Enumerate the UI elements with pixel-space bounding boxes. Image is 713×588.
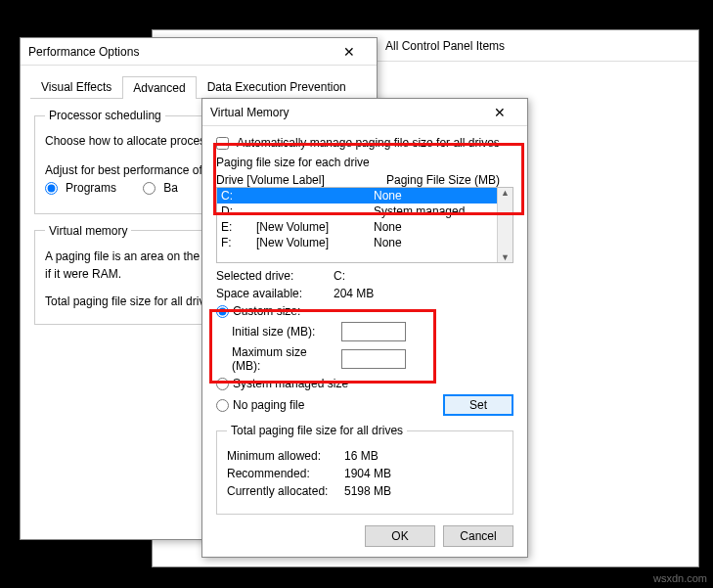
drive-list[interactable]: C:NoneD:System managedE:[New Volume]None… [216,187,513,263]
radio-system-managed[interactable]: System managed size [216,377,513,390]
space-available-label: Space available: [216,287,334,300]
radio-no-paging[interactable]: No paging file [216,398,304,412]
totals-group: Total paging file size for all drives Mi… [216,424,513,515]
currently-allocated-value: 5198 MB [344,484,391,498]
processor-scheduling-legend: Processor scheduling [45,109,165,122]
selected-drive-label: Selected drive: [216,269,334,283]
recommended-label: Recommended: [227,467,344,480]
recommended-value: 1904 MB [344,467,391,480]
vm-cancel-button[interactable]: Cancel [443,525,513,547]
min-allowed-value: 16 MB [344,449,379,463]
close-icon[interactable]: ✕ [330,39,369,65]
selected-drive-value: C: [334,269,345,283]
tab-dep[interactable]: Data Execution Prevention [197,75,357,98]
col-drive-header: Drive [Volume Label] [216,173,386,187]
vm-ok-button[interactable]: OK [365,525,435,547]
initial-size-label: Initial size (MB): [232,325,334,339]
virtual-memory-legend: Virtual memory [45,224,131,238]
scroll-up-icon[interactable]: ▲ [501,188,510,198]
radio-background[interactable]: Ba [143,181,178,195]
auto-manage-checkbox[interactable]: Automatically manage paging file size fo… [216,136,513,150]
totals-legend: Total paging file size for all drives [227,424,407,437]
table-row[interactable]: D:System managed [217,204,497,219]
space-available-value: 204 MB [334,287,374,300]
set-button[interactable]: Set [443,394,513,416]
radio-programs[interactable]: Programs [45,181,116,195]
col-size-header: Paging File Size (MB) [386,173,513,187]
control-panel-path: All Control Panel Items [385,39,505,53]
table-row[interactable]: C:None [217,188,497,204]
watermark: wsxdn.com [653,572,707,584]
virtual-memory-dialog: Virtual Memory ✕ Automatically manage pa… [201,98,528,558]
maximum-size-input[interactable] [341,349,406,369]
radio-custom-size[interactable]: Custom size: [216,304,513,318]
paging-per-drive-label: Paging file size for each drive [216,156,513,169]
table-row[interactable]: E:[New Volume]None [217,219,497,235]
virtual-memory-title: Virtual Memory [210,106,480,119]
initial-size-input[interactable] [341,322,406,341]
table-row[interactable]: F:[New Volume]None [217,235,497,250]
currently-allocated-label: Currently allocated: [227,484,344,498]
tab-visual-effects[interactable]: Visual Effects [30,75,122,98]
maximum-size-label: Maximum size (MB): [232,345,334,373]
scroll-down-icon[interactable]: ▼ [501,252,510,262]
close-icon[interactable]: ✕ [480,100,519,125]
tab-advanced[interactable]: Advanced [122,76,196,99]
drive-list-scrollbar[interactable]: ▲ ▼ [497,188,512,262]
min-allowed-label: Minimum allowed: [227,449,344,463]
performance-options-title: Performance Options [28,45,330,59]
performance-tabs: Visual Effects Advanced Data Execution P… [30,75,367,99]
